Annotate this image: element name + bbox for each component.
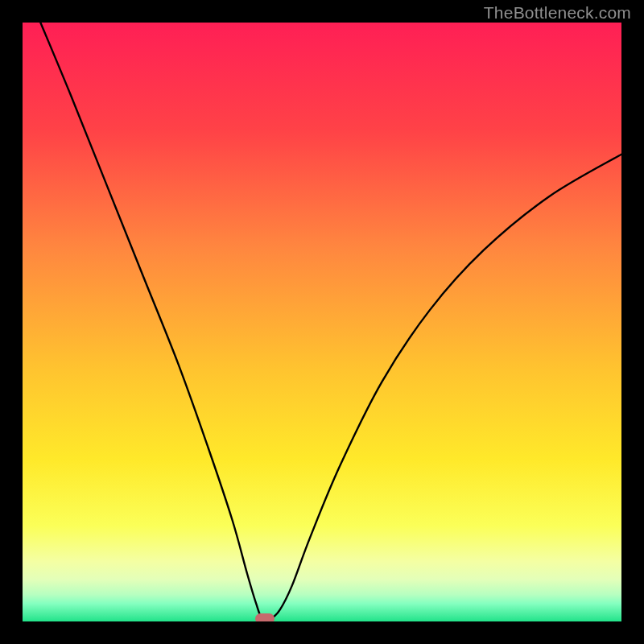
outer-frame: TheBottleneck.com	[0, 0, 644, 644]
watermark-text: TheBottleneck.com	[484, 3, 631, 23]
optimal-point-marker	[255, 613, 275, 621]
bottleneck-curve	[23, 23, 621, 621]
plot-area	[23, 23, 621, 621]
